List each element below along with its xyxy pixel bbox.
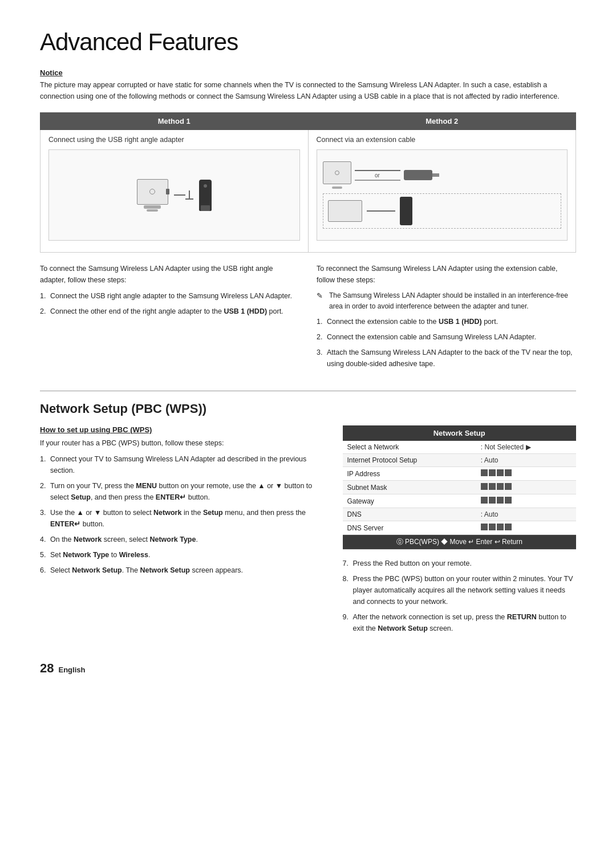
page-lang: English [58, 666, 85, 674]
tv-circle [149, 189, 155, 194]
tv-illustration-2 [323, 161, 351, 189]
method2-subtitle: Connect via an extension cable [317, 136, 568, 144]
dongle-dashed [400, 197, 412, 225]
method1-subtitle: Connect using the USB right angle adapte… [48, 136, 300, 144]
method1-diagram-inner [131, 173, 217, 217]
tv-circle-2 [335, 171, 339, 175]
pbc-step-6: 6. Select Network Setup. The Network Set… [40, 565, 326, 576]
method1-step-1: 1. Connect the USB right angle adapter t… [40, 290, 299, 302]
dongle-led [204, 184, 207, 188]
ext-cable-row1: or [323, 161, 562, 189]
network-table-footer-row: ⓪ PBC(WPS) ◆ Move ↵ Enter ↩ Return [343, 535, 577, 550]
dns-block-4 [505, 524, 512, 530]
label-dns-server: DNS Server [343, 521, 476, 535]
network-table-title: Network Setup [343, 425, 577, 441]
pbc-step-7-text: Press the Red button on your remote. [353, 559, 472, 567]
method2-diagram: or [317, 149, 568, 241]
or-label: or [375, 172, 380, 178]
value-subnet [476, 481, 576, 494]
or-section: or [355, 170, 400, 181]
gateway-block-3 [497, 497, 504, 504]
method2-step-2: 2. Connect the extension cable and Samsu… [317, 331, 576, 343]
value-gateway [476, 494, 576, 508]
network-setup-left: How to set up using PBC (WPS) If your ro… [40, 425, 326, 638]
table-row-dns: DNS : Auto [343, 508, 577, 521]
network-setup-section: Network Setup (PBC (WPS)) How to set up … [40, 401, 576, 638]
value-select-network: : Not Selected ▶ [476, 441, 576, 454]
step-num-1: 1. [40, 290, 46, 302]
pbc-step-1: 1. Connect your TV to Samsung Wireless L… [40, 453, 326, 476]
step-num-2: 2. [40, 306, 46, 317]
method1-step-1-text: Connect the USB right angle adapter to t… [50, 292, 292, 300]
pbc-num-1: 1. [40, 453, 46, 465]
gateway-block-1 [481, 497, 488, 504]
page-number: 28 [40, 661, 54, 676]
subnet-block-3 [497, 483, 504, 490]
tv-illustration-1 [137, 179, 168, 212]
pbc-intro: If your router has a PBC (WPS) button, f… [40, 437, 326, 449]
page-footer: 28 English [40, 661, 576, 676]
table-row-select-network: Select a Network : Not Selected ▶ [343, 441, 577, 454]
notice-label: Notice [40, 68, 576, 77]
method2-step-list: 1. Connect the extension cable to the US… [317, 316, 576, 370]
tv-stand-1 [147, 209, 158, 212]
tv-box-1 [137, 179, 168, 205]
dashed-row [323, 193, 562, 229]
adapter-connector [174, 190, 193, 200]
m2-step-num-1: 1. [317, 316, 322, 327]
usb-dongle [199, 180, 212, 211]
method1-diagram [48, 149, 300, 241]
pbc-num-5: 5. [40, 549, 46, 561]
network-setup-table: Network Setup Select a Network : Not Sel… [343, 425, 577, 550]
method2-step-3: 3. Attach the Samsung Wireless LAN Adapt… [317, 347, 576, 370]
pbc-step-2: 2. Turn on your TV, press the MENU butto… [40, 480, 326, 503]
ip-block-2 [489, 469, 496, 476]
method2-step-2-text: Connect the extension cable and Samsung … [327, 333, 536, 341]
section-divider [40, 391, 576, 391]
network-table-footer: ⓪ PBC(WPS) ◆ Move ↵ Enter ↩ Return [343, 535, 577, 550]
method2-step-1-text: Connect the extension cable to the USB 1… [327, 318, 498, 326]
label-ip: IP Address [343, 467, 476, 481]
adapter-dongle [404, 170, 432, 180]
method2-header: Method 2 [308, 113, 576, 130]
tv-port [166, 189, 169, 194]
method1-step-2-text: Connect the other end of the right angle… [50, 307, 283, 315]
methods-table: Method 1 Method 2 Connect using the USB … [40, 112, 576, 253]
table-row-gateway: Gateway [343, 494, 577, 508]
network-bottom-cols: How to set up using PBC (WPS) If your ro… [40, 425, 576, 638]
pbc-step-5: 5. Set Network Type to Wireless. [40, 549, 326, 561]
pbc-step-3: 3. Use the ▲ or ▼ button to select Netwo… [40, 507, 326, 530]
pbc-num-7: 7. [343, 558, 348, 569]
page-title: Advanced Features [40, 29, 576, 56]
label-subnet: Subnet Mask [343, 481, 476, 494]
ip-block-1 [481, 469, 488, 476]
connector-line [174, 194, 185, 196]
method1-step-list: 1. Connect the USB right angle adapter t… [40, 290, 299, 317]
table-row-dns-server: DNS Server [343, 521, 577, 535]
m2-step-num-3: 3. [317, 347, 322, 358]
method2-steps-intro: To reconnect the Samsung Wireless LAN Ad… [317, 263, 576, 286]
method2-diagram-inner: or [317, 156, 568, 234]
subnet-block-2 [489, 483, 496, 490]
pbc-step-1-text: Connect your TV to Samsung Wireless LAN … [50, 455, 306, 474]
subnet-blocks [481, 483, 512, 490]
pbc-step-6-text: Select Network Setup. The Network Setup … [50, 566, 243, 574]
method1-cell: Connect using the USB right angle adapte… [40, 130, 309, 253]
pbc-num-8: 8. [343, 573, 348, 585]
cable-dashed [367, 210, 395, 212]
gateway-blocks [481, 497, 512, 504]
tv-box-2 [323, 161, 351, 184]
pbc-step-7: 7. Press the Red button on your remote. [343, 558, 577, 569]
method2-cell: Connect via an extension cable [308, 130, 576, 253]
label-gateway: Gateway [343, 494, 476, 508]
dns-block-1 [481, 524, 488, 530]
method2-instructions: To reconnect the Samsung Wireless LAN Ad… [317, 263, 576, 374]
pbc-step-4: 4. On the Network screen, select Network… [40, 534, 326, 545]
tv-stand-2 [332, 186, 342, 189]
subnet-block-4 [505, 483, 512, 490]
value-dns-server [476, 521, 576, 535]
pbc-step-8-text: Press the PBC (WPS) button on your route… [353, 575, 573, 606]
vert-seg [189, 190, 190, 198]
method1-header: Method 1 [40, 113, 309, 130]
notice-text: The picture may appear corrupted or have… [40, 79, 576, 102]
